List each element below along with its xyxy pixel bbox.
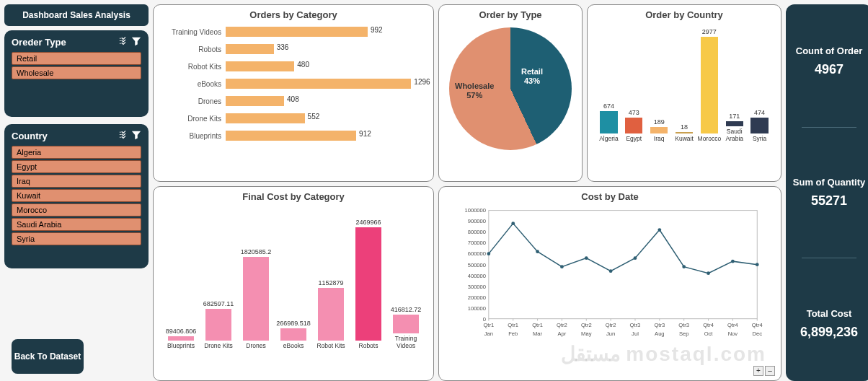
kpi-total-cost: Total Cost 6,899,236	[800, 304, 858, 344]
svg-text:Qtr2: Qtr2	[581, 322, 592, 328]
svg-text:Qtr4: Qtr4	[727, 322, 738, 328]
vbar-value: 2469966	[355, 219, 381, 226]
vbar-category: Saudi Arabia	[722, 128, 747, 142]
svg-text:500000: 500000	[468, 262, 486, 268]
vbar-value: 2977	[702, 28, 717, 35]
vbar-col: 171Saudi Arabia	[722, 113, 747, 142]
svg-text:400000: 400000	[468, 273, 486, 279]
slicer-order-type: Oreder Type RetailWholesale	[4, 30, 149, 117]
svg-text:Nov: Nov	[728, 330, 738, 337]
vbar-bar	[280, 328, 306, 341]
hbar-fill	[226, 113, 305, 123]
vbar-bar	[168, 336, 194, 341]
chart-title: Final Cost by Category	[161, 191, 426, 202]
hbar-value: 408	[284, 95, 299, 103]
vbar-col: 473Egypt	[621, 109, 647, 142]
multiselect-icon[interactable]	[118, 130, 128, 141]
slicer-country-item[interactable]: Kuwait	[12, 189, 141, 202]
vbar-category: Algeria	[599, 136, 618, 142]
vbar-value: 18	[681, 123, 688, 131]
hbar-fill	[226, 79, 411, 89]
chart-title: Order by Country	[595, 9, 774, 20]
line-chart-svg: 0100000200000300000400000500000600000700…	[446, 205, 774, 342]
svg-text:Apr: Apr	[557, 330, 566, 337]
svg-text:1000000: 1000000	[464, 207, 486, 214]
vbar-category: Drones	[246, 343, 265, 349]
hbar-value: 992	[368, 26, 383, 34]
slicer-country-item[interactable]: Saudi Arabia	[12, 218, 141, 231]
hbar-fill	[226, 44, 274, 54]
vbar-value: 89406.806	[166, 328, 197, 335]
kpi-count-of-order: Count of Order 4967	[796, 41, 862, 82]
svg-point-23	[756, 263, 759, 266]
vbar-category: Syria	[753, 136, 766, 142]
hbar-row: eBooks1296	[161, 75, 426, 92]
hbar-row: Training Videos992	[161, 23, 426, 40]
vbar-col: 474Syria	[747, 109, 772, 142]
slicer-country-item[interactable]: Syria	[12, 232, 141, 245]
slicer-country-item[interactable]: Iraq	[12, 175, 141, 188]
multiselect-icon[interactable]	[118, 36, 128, 48]
hbar-label: Training Videos	[161, 28, 226, 36]
hbar-label: Blueprints	[161, 132, 226, 140]
svg-text:Jan: Jan	[484, 330, 493, 337]
svg-text:Feb: Feb	[508, 330, 518, 337]
svg-text:Qtr3: Qtr3	[678, 322, 689, 328]
vbar-category: Robot Kits	[316, 343, 345, 349]
vbar-value: 416812.72	[391, 306, 422, 313]
hbar-value: 912	[356, 130, 371, 138]
vbar-col: 2469966Robots	[350, 219, 387, 349]
svg-text:May: May	[581, 330, 592, 337]
vbar-col: 416812.72Training Videos	[387, 306, 425, 349]
vbar-category: Drone Kits	[204, 343, 233, 349]
slicer-country-item[interactable]: Egypt	[12, 160, 141, 173]
watermark: مستقل mostaql.com	[561, 342, 766, 366]
svg-point-12	[487, 252, 490, 255]
svg-text:Qtr4: Qtr4	[703, 322, 714, 328]
svg-text:300000: 300000	[468, 284, 486, 290]
clear-filter-icon[interactable]	[131, 130, 141, 141]
vbar-bar	[726, 121, 743, 127]
chart-title: Orders by Category	[161, 9, 426, 20]
vbar-col: 1152879Robot Kits	[312, 279, 350, 350]
svg-point-20	[682, 265, 686, 268]
svg-point-15	[560, 265, 564, 268]
hbar-label: Robot Kits	[161, 63, 226, 71]
chart-final-cost-by-category: Final Cost by Category 89406.806Blueprin…	[153, 186, 434, 381]
hbar-label: Robots	[161, 45, 226, 53]
clear-filter-icon[interactable]	[131, 36, 141, 48]
vbar-value: 682597.11	[203, 300, 234, 307]
chart-order-by-country: Order by Country 674Algeria473Egypt189Ir…	[587, 4, 781, 182]
svg-text:Qtr2: Qtr2	[557, 322, 567, 328]
vbar-bar	[393, 315, 419, 333]
vbar-col: 18Kuwait	[672, 123, 697, 142]
vbar-col: 2977Morocco	[696, 28, 722, 142]
hbar-fill	[226, 61, 294, 71]
svg-point-19	[657, 228, 661, 232]
kpi-sum-of-quantity: Sum of Quantity 55271	[793, 172, 865, 213]
zoom-out-button[interactable]: –	[765, 366, 775, 376]
hbar-value: 480	[294, 61, 309, 69]
slicer-order-type-item[interactable]: Retail	[12, 52, 141, 65]
vbar-bar	[243, 257, 269, 341]
zoom-in-button[interactable]: +	[753, 366, 763, 376]
chart-title: Order by Type	[446, 9, 575, 20]
hbar-row: Drone Kits552	[161, 110, 426, 127]
vbar-value: 1820585.2	[241, 248, 272, 255]
vbar-value: 474	[754, 109, 765, 116]
chart-order-by-type: Order by Type Retail43% Wholesale57%	[438, 4, 583, 182]
vbar-category: Blueprints	[167, 343, 195, 349]
hbar-row: Blueprints912	[161, 127, 426, 144]
svg-point-21	[707, 271, 710, 275]
slicer-country-item[interactable]: Morocco	[12, 203, 141, 216]
svg-text:Qtr1: Qtr1	[532, 322, 543, 328]
vbar-category: Iraq	[654, 136, 665, 142]
slicer-country-item[interactable]: Algeria	[12, 146, 141, 159]
vbar-value: 674	[603, 102, 614, 110]
svg-text:Aug: Aug	[655, 330, 665, 337]
vbar-category: Egypt	[626, 136, 642, 142]
vbar-col: 1820585.2Drones	[237, 248, 275, 349]
svg-text:Oct: Oct	[704, 330, 714, 337]
slicer-order-type-item[interactable]: Wholesale	[12, 66, 141, 79]
back-to-dataset-button[interactable]: Back To Dataset	[12, 339, 84, 374]
